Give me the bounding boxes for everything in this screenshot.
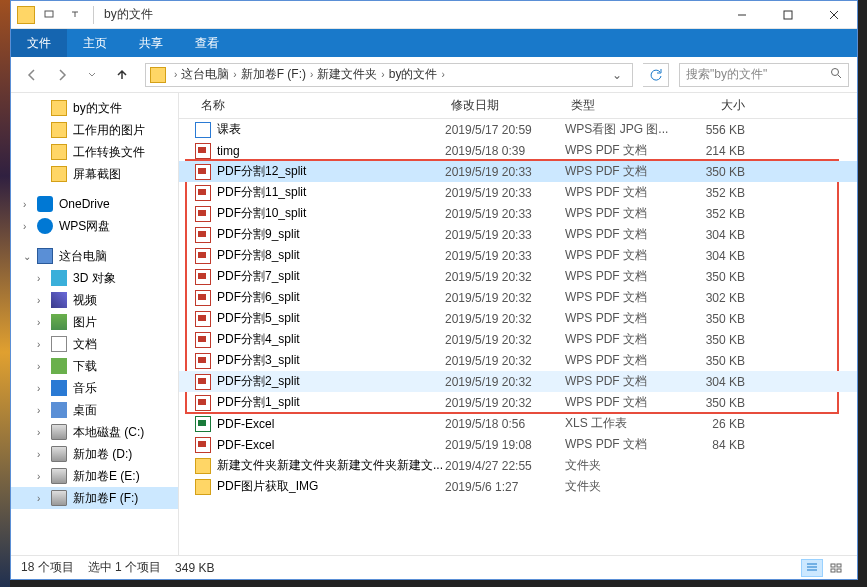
- file-type: WPS PDF 文档: [565, 289, 685, 306]
- file-row[interactable]: PDF分割10_split2019/5/19 20:33WPS PDF 文档35…: [179, 203, 857, 224]
- expand-icon[interactable]: ›: [37, 427, 51, 438]
- tab-file[interactable]: 文件: [11, 29, 67, 57]
- file-row[interactable]: PDF分割12_split2019/5/19 20:33WPS PDF 文档35…: [179, 161, 857, 182]
- maximize-button[interactable]: [765, 1, 811, 29]
- file-type: WPS PDF 文档: [565, 205, 685, 222]
- file-row[interactable]: PDF分割4_split2019/5/19 20:32WPS PDF 文档350…: [179, 329, 857, 350]
- pdf-icon: [195, 185, 211, 201]
- tree-item[interactable]: ›音乐: [11, 377, 178, 399]
- tab-view[interactable]: 查看: [179, 29, 235, 57]
- file-row[interactable]: PDF-Excel2019/5/18 0:56XLS 工作表26 KB: [179, 413, 857, 434]
- tree-item[interactable]: ›新加卷F (F:): [11, 487, 178, 509]
- col-date[interactable]: 修改日期: [445, 97, 565, 114]
- close-button[interactable]: [811, 1, 857, 29]
- breadcrumb-item[interactable]: 这台电脑: [181, 67, 229, 81]
- pc-icon: [37, 248, 53, 264]
- chevron-right-icon: ›: [441, 69, 444, 80]
- col-name[interactable]: 名称: [195, 97, 445, 114]
- expand-icon[interactable]: ⌄: [23, 251, 37, 262]
- breadcrumb-item[interactable]: 新加卷F (F:): [241, 67, 306, 81]
- expand-icon[interactable]: ›: [37, 449, 51, 460]
- file-size: 304 KB: [685, 228, 765, 242]
- tree-item[interactable]: 工作用的图片: [11, 119, 178, 141]
- file-row[interactable]: PDF分割5_split2019/5/19 20:32WPS PDF 文档350…: [179, 308, 857, 329]
- nav-recent[interactable]: [79, 62, 105, 88]
- nav-forward[interactable]: [49, 62, 75, 88]
- col-type[interactable]: 类型: [565, 97, 685, 114]
- navigation-pane[interactable]: by的文件工作用的图片工作转换文件屏幕截图›OneDrive›WPS网盘⌄这台电…: [11, 93, 179, 555]
- tree-item[interactable]: ›WPS网盘: [11, 215, 178, 237]
- file-size: 350 KB: [685, 312, 765, 326]
- nav-up[interactable]: [109, 62, 135, 88]
- file-row[interactable]: PDF图片获取_IMG2019/5/6 1:27文件夹: [179, 476, 857, 497]
- tree-item[interactable]: ⌄这台电脑: [11, 245, 178, 267]
- file-row[interactable]: PDF分割11_split2019/5/19 20:33WPS PDF 文档35…: [179, 182, 857, 203]
- tree-item[interactable]: ›视频: [11, 289, 178, 311]
- tree-item[interactable]: 屏幕截图: [11, 163, 178, 185]
- tab-share[interactable]: 共享: [123, 29, 179, 57]
- file-row[interactable]: PDF分割8_split2019/5/19 20:33WPS PDF 文档304…: [179, 245, 857, 266]
- onedrive-icon: [37, 196, 53, 212]
- nav-back[interactable]: [19, 62, 45, 88]
- file-row[interactable]: PDF分割3_split2019/5/19 20:32WPS PDF 文档350…: [179, 350, 857, 371]
- view-details-button[interactable]: [801, 559, 823, 577]
- file-date: 2019/5/19 20:33: [445, 228, 565, 242]
- expand-icon[interactable]: ›: [37, 273, 51, 284]
- expand-icon[interactable]: ›: [37, 317, 51, 328]
- tree-item[interactable]: ›新加卷 (D:): [11, 443, 178, 465]
- pdf-icon: [195, 353, 211, 369]
- file-name: PDF分割10_split: [217, 205, 306, 222]
- expand-icon[interactable]: ›: [37, 361, 51, 372]
- tree-item[interactable]: ›文档: [11, 333, 178, 355]
- file-row[interactable]: PDF分割7_split2019/5/19 20:32WPS PDF 文档350…: [179, 266, 857, 287]
- file-row[interactable]: PDF分割9_split2019/5/19 20:33WPS PDF 文档304…: [179, 224, 857, 245]
- file-row[interactable]: PDF-Excel2019/5/19 19:08WPS PDF 文档84 KB: [179, 434, 857, 455]
- expand-icon[interactable]: ›: [37, 493, 51, 504]
- view-icons-button[interactable]: [825, 559, 847, 577]
- expand-icon[interactable]: ›: [37, 471, 51, 482]
- file-list[interactable]: 课表2019/5/17 20:59WPS看图 JPG 图...556 KBtim…: [179, 119, 857, 555]
- col-size[interactable]: 大小: [685, 97, 765, 114]
- file-size: 352 KB: [685, 207, 765, 221]
- column-headers[interactable]: 名称 修改日期 类型 大小: [179, 93, 857, 119]
- refresh-button[interactable]: [643, 63, 669, 87]
- address-history-dropdown[interactable]: ⌄: [606, 68, 628, 82]
- status-count: 18 个项目: [21, 559, 74, 576]
- tab-home[interactable]: 主页: [67, 29, 123, 57]
- expand-icon[interactable]: ›: [37, 295, 51, 306]
- tree-item[interactable]: ›OneDrive: [11, 193, 178, 215]
- jpg-icon: [195, 122, 211, 138]
- file-row[interactable]: 新建文件夹新建文件夹新建文件夹新建文...2019/4/27 22:55文件夹: [179, 455, 857, 476]
- qat-customize[interactable]: [63, 4, 87, 26]
- file-name: PDF-Excel: [217, 417, 274, 431]
- expand-icon[interactable]: ›: [23, 199, 37, 210]
- tree-item[interactable]: ›本地磁盘 (C:): [11, 421, 178, 443]
- svg-rect-6: [837, 564, 841, 567]
- file-row[interactable]: PDF分割6_split2019/5/19 20:32WPS PDF 文档302…: [179, 287, 857, 308]
- expand-icon[interactable]: ›: [37, 383, 51, 394]
- file-row[interactable]: 课表2019/5/17 20:59WPS看图 JPG 图...556 KB: [179, 119, 857, 140]
- file-row[interactable]: PDF分割1_split2019/5/19 20:32WPS PDF 文档350…: [179, 392, 857, 413]
- qat-dropdown[interactable]: [37, 4, 61, 26]
- tree-item-label: 工作转换文件: [73, 144, 145, 161]
- tree-item[interactable]: ›桌面: [11, 399, 178, 421]
- tree-item[interactable]: by的文件: [11, 97, 178, 119]
- minimize-button[interactable]: [719, 1, 765, 29]
- tree-item[interactable]: ›3D 对象: [11, 267, 178, 289]
- expand-icon[interactable]: ›: [37, 405, 51, 416]
- file-type: WPS PDF 文档: [565, 268, 685, 285]
- tree-item[interactable]: ›新加卷E (E:): [11, 465, 178, 487]
- expand-icon[interactable]: ›: [37, 339, 51, 350]
- file-row[interactable]: PDF分割2_split2019/5/19 20:32WPS PDF 文档304…: [179, 371, 857, 392]
- tree-item-label: 下载: [73, 358, 97, 375]
- pic-icon: [51, 314, 67, 330]
- address-bar[interactable]: › 这台电脑›新加卷F (F:)›新建文件夹›by的文件› ⌄: [145, 63, 633, 87]
- search-input[interactable]: 搜索"by的文件": [679, 63, 849, 87]
- tree-item[interactable]: ›下载: [11, 355, 178, 377]
- file-row[interactable]: timg2019/5/18 0:39WPS PDF 文档214 KB: [179, 140, 857, 161]
- tree-item[interactable]: 工作转换文件: [11, 141, 178, 163]
- expand-icon[interactable]: ›: [23, 221, 37, 232]
- breadcrumb-item[interactable]: by的文件: [389, 67, 438, 81]
- tree-item[interactable]: ›图片: [11, 311, 178, 333]
- breadcrumb-item[interactable]: 新建文件夹: [317, 67, 377, 81]
